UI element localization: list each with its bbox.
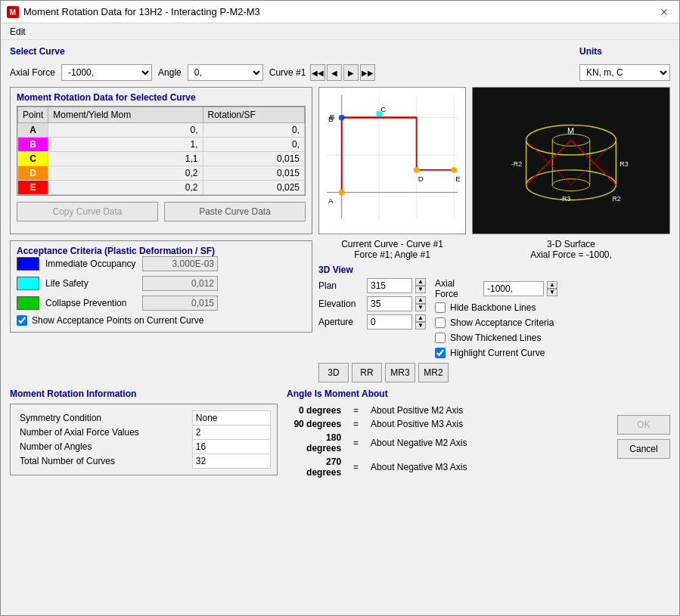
curve-label-line2: Force #1; Angle #1	[318, 249, 466, 260]
aperture-input[interactable]	[367, 314, 412, 330]
angles-value: 16	[192, 440, 270, 454]
main-window: M Moment Rotation Data for 13H2 - Intera…	[0, 0, 680, 616]
svg-point-11	[339, 190, 345, 196]
cancel-button[interactable]: Cancel	[617, 439, 670, 459]
axial-down-btn[interactable]: ▼	[547, 289, 557, 296]
aperture-down-btn[interactable]: ▼	[415, 322, 426, 330]
elevation-down-btn[interactable]: ▼	[415, 304, 426, 311]
svg-text:R2: R2	[612, 195, 620, 203]
io-row: Immediate Occupancy	[17, 256, 306, 271]
angle-row: 270 degrees = About Negative M3 Axis	[287, 455, 608, 479]
nav-prev-btn[interactable]: ◀	[327, 64, 342, 81]
btn-rr[interactable]: RR	[352, 363, 382, 382]
symmetry-label: Symmetry Condition	[17, 411, 192, 426]
io-value[interactable]	[142, 256, 218, 271]
table-row: B 1, 0,	[18, 138, 305, 152]
view3d-section: 3D View Plan ▲ ▼	[318, 265, 670, 382]
info-row: Total Number of Curves 32	[17, 454, 271, 469]
show-acceptance-checkbox[interactable]	[435, 317, 446, 328]
btn-3d[interactable]: 3D	[318, 363, 349, 382]
angle-270: 270 degrees	[287, 455, 347, 479]
axial-num-label: Number of Axial Force Values	[17, 426, 192, 440]
symmetry-value: None	[192, 411, 270, 426]
hide-backbone-checkbox[interactable]	[435, 302, 446, 313]
table-row: C 1,1 0,015	[18, 152, 305, 166]
moment-e: 0,2	[48, 181, 203, 195]
axial-force-select[interactable]: -1000,	[61, 64, 152, 81]
elevation-up-btn[interactable]: ▲	[415, 296, 426, 304]
cp-swatch	[17, 296, 39, 310]
plan-label: Plan	[318, 280, 364, 291]
info-row: Symmetry Condition None	[17, 411, 271, 426]
nav-first-btn[interactable]: ◀◀	[310, 64, 325, 81]
svg-text:D: D	[418, 175, 424, 183]
svg-point-28	[552, 134, 589, 146]
close-button[interactable]: ✕	[655, 5, 673, 20]
nav-last-btn[interactable]: ▶▶	[360, 64, 375, 81]
svg-text:M: M	[10, 8, 16, 17]
right-panel: B C D E A	[318, 87, 670, 382]
aperture-up-btn[interactable]: ▲	[415, 314, 426, 322]
show-thickened-label: Show Thickened Lines	[450, 333, 542, 343]
left-panel: Moment Rotation Data for Selected Curve …	[10, 87, 312, 382]
elevation-spinner: ▲ ▼	[415, 296, 426, 311]
show-thickened-checkbox[interactable]	[435, 333, 446, 343]
angle-90: 90 degrees	[287, 417, 347, 431]
view3d-left: Plan ▲ ▼ Elevation	[318, 278, 426, 358]
axial-up-btn[interactable]: ▲	[547, 281, 557, 289]
surface-label-line2: Axial Force = -1000,	[472, 249, 670, 260]
show-points-checkbox[interactable]	[17, 315, 27, 326]
cp-value[interactable]	[142, 296, 218, 311]
edit-menu[interactable]: Edit	[7, 26, 29, 37]
angle-select[interactable]: 0,	[188, 64, 263, 81]
moment-rotation-label: Moment Rotation Data for Selected Curve	[17, 92, 196, 103]
ls-value[interactable]	[142, 276, 218, 291]
elevation-input[interactable]	[367, 296, 412, 311]
desc-180: About Negative M2 Axis	[365, 431, 608, 455]
moment-info-label: Moment Rotation Information	[10, 388, 278, 399]
curve-btn-row: Copy Curve Data Paste Curve Data	[17, 202, 306, 221]
paste-curve-btn[interactable]: Paste Curve Data	[164, 202, 306, 221]
units-select[interactable]: KN, m, C	[579, 64, 670, 81]
btn-mr2[interactable]: MR2	[418, 363, 449, 382]
angle-info-label: Angle Is Moment About	[287, 388, 608, 399]
svg-text:-R2: -R2	[511, 160, 522, 168]
angle-table: 0 degrees = About Positive M2 Axis 90 de…	[287, 404, 608, 479]
desc-0: About Positive M2 Axis	[365, 404, 608, 417]
info-box: Symmetry Condition None Number of Axial …	[10, 404, 278, 475]
top-row: Select Curve Axial Force -1000, Angle 0,…	[10, 46, 670, 81]
plan-up-btn[interactable]: ▲	[415, 278, 426, 286]
svg-text:A: A	[328, 197, 334, 205]
highlight-current-checkbox[interactable]	[435, 348, 446, 358]
plan-down-btn[interactable]: ▼	[415, 286, 426, 293]
angle-row: 180 degrees = About Negative M2 Axis	[287, 431, 608, 455]
plan-row: Plan ▲ ▼	[318, 278, 426, 293]
curve-label-line1: Current Curve - Curve #1	[318, 239, 466, 249]
nav-next-btn[interactable]: ▶	[343, 64, 359, 81]
axial-force-3d-input[interactable]	[483, 281, 544, 296]
ls-label: Life Safety	[45, 278, 136, 289]
point-c: C	[18, 152, 48, 166]
view3d-right: Axial Force ▲ ▼ Hide Backbone	[435, 278, 557, 358]
total-curves-value: 32	[192, 454, 270, 469]
svg-point-15	[414, 167, 420, 173]
moment-b: 1,	[48, 138, 203, 152]
axial-force-spinner: ▲ ▼	[547, 281, 557, 296]
io-swatch	[17, 257, 39, 271]
units-section: Units KN, m, C	[579, 46, 670, 81]
btn-mr3[interactable]: MR3	[385, 363, 415, 382]
copy-curve-btn[interactable]: Copy Curve Data	[17, 202, 158, 221]
content-area: Select Curve Axial Force -1000, Angle 0,…	[1, 40, 679, 615]
plan-input[interactable]	[367, 278, 412, 293]
bottom-row: Moment Rotation Information Symmetry Con…	[10, 388, 670, 479]
view3d-label: 3D View	[318, 265, 670, 275]
show-points-label: Show Acceptance Points on Current Curve	[32, 315, 203, 326]
plan-spinner: ▲ ▼	[415, 278, 426, 293]
ok-button[interactable]: OK	[617, 415, 670, 435]
app-icon: M	[7, 6, 19, 18]
rotation-c: 0,015	[203, 152, 305, 166]
cp-label: Collapse Prevention	[45, 298, 136, 308]
curve-label: Curve #1	[269, 67, 306, 78]
curve-svg: B C D E A	[319, 88, 465, 234]
highlight-current-label: Highlight Current Curve	[450, 348, 545, 358]
